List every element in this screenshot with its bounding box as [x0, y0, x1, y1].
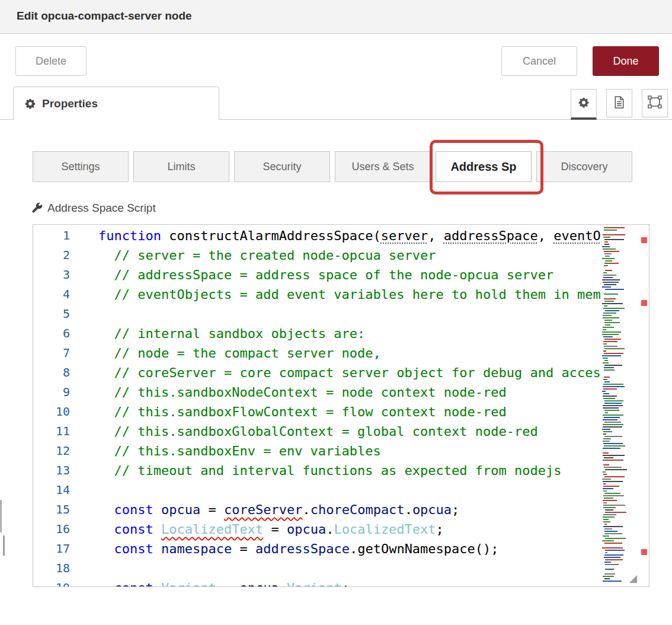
code-line[interactable]: // node = the compact server node,: [98, 343, 639, 363]
code-token: opcua: [287, 522, 326, 537]
line-number: 8: [33, 363, 91, 382]
minimap-line: [604, 524, 607, 525]
code-line[interactable]: // this.sandboxNodeContext = node contex…: [98, 382, 639, 402]
editor-code: function constructAlarmAddressSpace(serv…: [98, 226, 639, 587]
minimap-line: [603, 431, 613, 432]
minimap-line: [603, 277, 613, 278]
gear-icon: [578, 97, 590, 111]
code-line[interactable]: // coreServer = core compact server obje…: [98, 363, 639, 382]
minimap-line: [604, 367, 614, 368]
cancel-button[interactable]: Cancel: [501, 46, 577, 76]
dialog-title: Edit opcua-compact-server node: [17, 9, 192, 23]
code-line[interactable]: const Variant = opcua.Variant;: [98, 578, 639, 587]
minimap-line: [603, 581, 622, 582]
code-token: opcua: [412, 502, 452, 517]
tab-label: Discovery: [561, 161, 607, 173]
code-line[interactable]: // addressSpace = address space of the n…: [98, 265, 639, 285]
minimap-line: [603, 379, 607, 380]
code-line[interactable]: // internal sandbox objects are:: [98, 324, 639, 343]
code-line[interactable]: [98, 304, 639, 324]
tab-settings[interactable]: Settings: [33, 151, 129, 182]
minimap-line: [603, 341, 618, 342]
minimap-line: [603, 362, 609, 363]
tab-users-sets[interactable]: Users & Sets: [335, 151, 431, 182]
minimap-line: [605, 260, 612, 262]
code-token: const: [114, 522, 153, 537]
code-token: ,: [428, 228, 444, 243]
minimap-line: [604, 445, 625, 447]
error-marker: [641, 237, 647, 243]
minimap-line: [603, 396, 617, 397]
code-line[interactable]: function constructAlarmAddressSpace(serv…: [98, 226, 639, 245]
code-token: // coreServer = core compact server obje…: [98, 365, 601, 380]
line-number: 4: [33, 285, 91, 304]
minimap-line: [604, 284, 616, 285]
minimap-line: [603, 471, 606, 473]
code-token: ;: [452, 502, 459, 517]
minimap-line: [604, 320, 612, 321]
code-line[interactable]: // timeout and interval functions as exp…: [98, 461, 639, 480]
minimap-line: [604, 377, 610, 378]
delete-button[interactable]: Delete: [15, 46, 87, 76]
code-token: namespace: [161, 541, 232, 556]
code-line[interactable]: // server = the created node-opcua serve…: [98, 245, 639, 265]
minimap-line: [603, 495, 624, 496]
code-line[interactable]: // this.sandboxGlobalContext = global co…: [98, 422, 639, 441]
minimap[interactable]: [601, 226, 629, 585]
minimap-line: [602, 547, 623, 549]
code-editor[interactable]: 12345678910111213141516171819 function c…: [33, 224, 649, 587]
code-line[interactable]: // this.sandboxFlowContext = flow contex…: [98, 402, 639, 422]
tab-security[interactable]: Security: [234, 151, 330, 182]
page-scrollbar[interactable]: [3, 535, 5, 556]
minimap-line: [603, 519, 609, 520]
done-button[interactable]: Done: [593, 46, 659, 76]
code-line[interactable]: [98, 480, 639, 500]
code-line[interactable]: // eventObjects = add event variables he…: [98, 285, 639, 304]
minimap-line: [603, 317, 619, 318]
line-number: 14: [33, 480, 91, 500]
minimap-line: [603, 426, 622, 428]
minimap-line: [603, 329, 606, 330]
line-number: 9: [33, 382, 91, 402]
code-token: [98, 522, 114, 537]
code-token: [153, 502, 161, 517]
minimap-line: [604, 239, 624, 240]
minimap-line: [605, 256, 610, 257]
editor-tab-properties-button[interactable]: [571, 89, 597, 120]
wrench-icon: [31, 202, 43, 214]
tab-address-space[interactable]: Address Sp: [436, 151, 532, 182]
minimap-line: [605, 469, 627, 470]
page-scrollbar[interactable]: [0, 500, 2, 532]
minimap-line: [605, 412, 608, 413]
tab-discovery[interactable]: Discovery: [536, 151, 632, 182]
minimap-line: [602, 286, 611, 288]
minimap-line: [605, 324, 611, 326]
minimap-line: [603, 398, 615, 399]
code-token: ,: [538, 228, 554, 243]
code-line[interactable]: const opcua = coreServer.choreCompact.op…: [98, 500, 639, 519]
minimap-line: [603, 358, 609, 359]
minimap-line: [602, 258, 615, 259]
minimap-line: [604, 339, 622, 340]
editor-tab-description-button[interactable]: [606, 89, 632, 117]
code-token: coreServer: [224, 502, 302, 517]
code-line[interactable]: const LocalizedText = opcua.LocalizedTex…: [98, 519, 639, 539]
code-line[interactable]: // this.sandboxEnv = env variables: [98, 441, 639, 461]
editor-tab-appearance-button[interactable]: [642, 89, 668, 117]
minimap-line: [603, 336, 613, 337]
minimap-line: [604, 353, 623, 354]
tab-label: Settings: [61, 161, 100, 173]
resize-grip[interactable]: [629, 575, 637, 583]
minimap-line: [605, 552, 607, 553]
code-token: // timeout and interval functions as exp…: [98, 463, 561, 478]
line-number: 19: [33, 578, 91, 587]
tab-properties[interactable]: Properties: [13, 87, 219, 120]
tab-limits[interactable]: Limits: [133, 151, 229, 182]
minimap-line: [604, 557, 620, 558]
minimap-line: [603, 521, 610, 522]
code-line[interactable]: [98, 559, 639, 578]
code-line[interactable]: const namespace = addressSpace.getOwnNam…: [98, 539, 639, 559]
properties-tab-label: Properties: [42, 97, 98, 110]
code-token: [98, 502, 114, 517]
minimap-line: [603, 327, 614, 328]
